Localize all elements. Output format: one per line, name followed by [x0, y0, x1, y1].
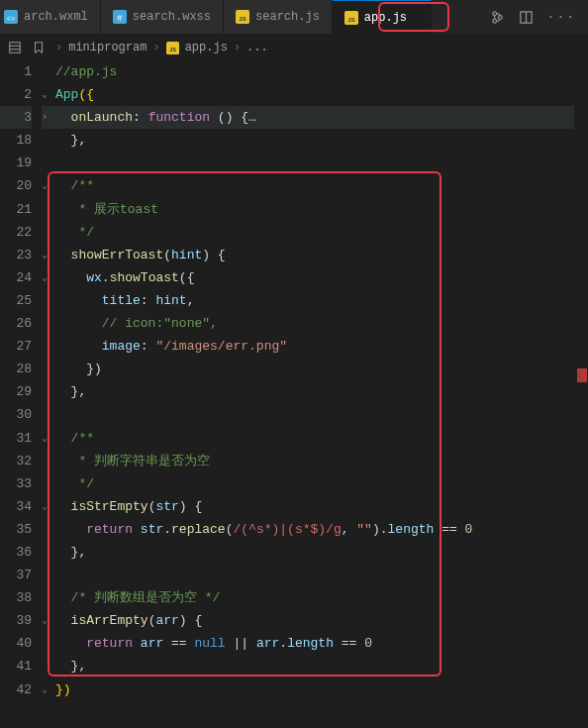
line-number: 38 [0, 586, 32, 609]
compare-icon[interactable] [490, 10, 505, 25]
line-number: 2 [0, 83, 32, 106]
tab-label: search.wxss [133, 10, 211, 24]
line-number: 36 [0, 541, 32, 564]
js-file-icon: JS [344, 11, 358, 25]
fold-chevron-down-icon[interactable]: ⌄ [42, 83, 55, 106]
tab-search-js[interactable]: JS search.js [224, 0, 333, 34]
svg-text:#: # [117, 14, 122, 24]
svg-point-9 [492, 19, 496, 23]
fold-chevron-down-icon[interactable]: ⌄ [42, 427, 55, 450]
svg-point-10 [498, 15, 502, 19]
wxss-file-icon: # [113, 10, 127, 24]
fold-chevron-down-icon[interactable]: ⌄ [42, 244, 55, 266]
line-number: 39 [0, 609, 32, 632]
svg-text:JS: JS [239, 16, 246, 23]
line-number: 28 [0, 358, 32, 380]
code-content[interactable]: //app.js App({ onLaunch: function () {… … [55, 60, 588, 728]
line-number: 31 [0, 427, 32, 450]
line-number: 3 [0, 106, 32, 129]
tab-label: search.js [255, 10, 320, 24]
line-number: 18 [0, 129, 32, 152]
line-number: 25 [0, 289, 32, 312]
line-number: 23 [0, 244, 32, 266]
fold-chevron-right-icon[interactable]: › [42, 106, 55, 129]
line-number: 29 [0, 380, 32, 403]
split-editor-icon[interactable] [519, 10, 534, 25]
line-number: 37 [0, 564, 32, 586]
breadcrumb-file[interactable]: app.js [185, 41, 228, 54]
fold-chevron-down-icon[interactable]: ⌄ [42, 609, 55, 632]
line-number: 27 [0, 335, 32, 358]
line-number: 40 [0, 632, 32, 655]
fold-chevron-down-icon[interactable]: ⌄ [42, 495, 55, 518]
tabs-bar: <> arch.wxml # search.wxss JS search.js … [0, 0, 588, 35]
line-number: 35 [0, 518, 32, 541]
line-number: 22 [0, 221, 32, 244]
line-number: 24 [0, 266, 32, 289]
breadcrumb-chevron-icon: › [152, 41, 159, 54]
tab-search-wxss[interactable]: # search.wxss [101, 0, 224, 34]
js-file-icon: JS [166, 42, 179, 54]
svg-text:JS: JS [347, 16, 355, 23]
minimap[interactable] [574, 61, 588, 728]
tab-label: arch.wxml [24, 10, 88, 24]
more-icon[interactable]: ··· [547, 10, 576, 25]
fold-column: ⌄ › ⌄ ⌄ ⌄ ⌄ ⌄ ⌄ ⌄ [42, 60, 55, 728]
svg-point-8 [492, 11, 496, 15]
editor-toolbar: › miniprogram › JS app.js › ... [0, 35, 588, 60]
tab-arch-wxml[interactable]: <> arch.wxml [0, 0, 101, 34]
line-numbers: 1 2 3 18 19 20 21 22 23 24 25 26 27 28 2… [0, 60, 42, 728]
line-number: 26 [0, 312, 32, 335]
gutter: 1 2 3 18 19 20 21 22 23 24 25 26 27 28 2… [0, 60, 55, 728]
line-number: 21 [0, 198, 32, 221]
breadcrumb-folder[interactable]: miniprogram [68, 41, 147, 54]
code-editor[interactable]: 1 2 3 18 19 20 21 22 23 24 25 26 27 28 2… [0, 60, 588, 728]
explorer-icon[interactable] [8, 41, 22, 54]
svg-text:JS: JS [169, 46, 176, 52]
breadcrumb-chevron-icon: › [234, 41, 241, 54]
line-number: 42 [0, 678, 32, 701]
fold-chevron-down-icon[interactable]: ⌄ [42, 678, 55, 701]
line-number: 30 [0, 403, 32, 426]
line-number: 34 [0, 495, 32, 518]
svg-text:<>: <> [7, 15, 15, 23]
line-number: 19 [0, 152, 32, 174]
breadcrumb-chevron-icon: › [55, 41, 62, 54]
line-number: 32 [0, 450, 32, 472]
wxml-file-icon: <> [4, 10, 18, 24]
line-number: 20 [0, 174, 32, 197]
line-number: 1 [0, 60, 32, 83]
fold-chevron-down-icon[interactable]: ⌄ [42, 266, 55, 289]
js-file-icon: JS [236, 10, 249, 24]
breadcrumb[interactable]: › miniprogram › JS app.js › ... [55, 41, 268, 54]
line-number: 33 [0, 472, 32, 495]
code-comment: //app.js [55, 64, 117, 79]
tab-label: app.js [364, 11, 407, 25]
bookmark-icon[interactable] [32, 41, 46, 54]
svg-rect-13 [10, 43, 21, 53]
fold-chevron-down-icon[interactable]: ⌄ [42, 174, 55, 197]
breadcrumb-tail: ... [246, 41, 268, 54]
tab-app-js[interactable]: JS app.js [333, 0, 432, 34]
tab-actions: ··· [478, 10, 588, 25]
line-number: 41 [0, 655, 32, 677]
minimap-marker [577, 368, 587, 382]
